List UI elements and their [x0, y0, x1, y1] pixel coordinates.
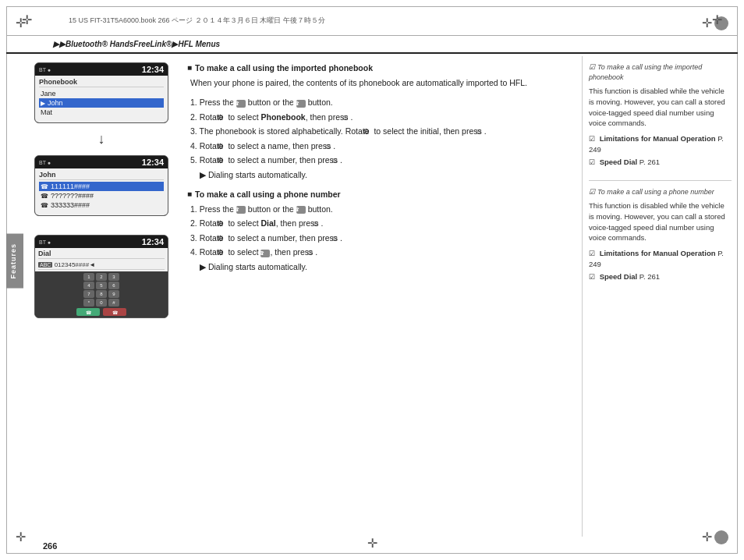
- screen1-status-left: BT ●: [39, 67, 51, 73]
- key-star: *: [83, 299, 94, 307]
- screen1-item-john-highlighted: ▶ John: [39, 98, 164, 108]
- screen1-content: Phonebook Jane ▶ John Mat: [35, 76, 168, 122]
- info-box-phonebook: To make a call using the imported phoneb…: [589, 62, 732, 168]
- info-speeddial-label2: Speed Dial: [600, 272, 638, 281]
- key-3: 3: [108, 273, 119, 281]
- step-pb-2: 2. Rotate ⚙ to select Phonebook, then pr…: [190, 112, 574, 124]
- key-end: ☎: [103, 308, 126, 316]
- key-8: 8: [96, 290, 107, 298]
- call-button5-icon: ☎: [260, 250, 270, 257]
- keypad-row-3: 7 8 9: [37, 290, 166, 298]
- key-9: 9: [108, 290, 119, 298]
- header-crosshair-left: ✛: [22, 12, 32, 27]
- screen3-status-bar: BT ● 12:34: [35, 236, 168, 248]
- info-box-phonenumber-link-limitations: Limitations for Manual Operation P. 249: [589, 248, 732, 270]
- step-pb-1: 1. Press the ☎ button or the ☎ button.: [190, 97, 574, 108]
- left-column-screenshots: BT ● 12:34 Phonebook Jane ▶ John Mat ↓ B…: [23, 56, 179, 537]
- step-pb-3: 3. The phonebook is stored alphabeticall…: [190, 126, 574, 138]
- screen2-name: John: [39, 171, 164, 180]
- right-column-info: To make a call using the imported phoneb…: [582, 56, 738, 537]
- info-speeddial-page2: P. 261: [639, 272, 660, 281]
- step-pn-result: ▶ Dialing starts automatically.: [200, 261, 574, 273]
- screen2-time: 12:34: [142, 158, 164, 167]
- screen3-status-left: BT ●: [39, 239, 51, 245]
- info-box-phone-number: To make a call using a phone number This…: [589, 187, 732, 282]
- screen2-status-left: BT ●: [39, 160, 51, 165]
- file-info: 15 US FIT-31T5A6000.book 266 ページ ２０１４年３月…: [6, 16, 738, 26]
- key-4: 4: [83, 282, 94, 289]
- screen1-item-mat: Mat: [39, 108, 164, 117]
- screen3-keypad: 1 2 3 4 5 6 7 8 9 * 0 #: [35, 271, 168, 317]
- call-button-icon: ☎: [236, 100, 246, 108]
- info-limitations-label2: Limitations for Manual Operation: [600, 249, 716, 257]
- key-5: 5: [96, 282, 107, 289]
- screen3-dial-header: Dial: [38, 250, 165, 259]
- arrow-down: ↓: [98, 131, 105, 147]
- info-box-phonebook-title: To make a call using the imported phoneb…: [589, 62, 732, 83]
- key-0: 0: [96, 299, 107, 307]
- main-content: BT ● 12:34 Phonebook Jane ▶ John Mat ↓ B…: [23, 56, 738, 537]
- features-tab: Features: [6, 234, 23, 289]
- keypad-row-2: 4 5 6: [37, 282, 166, 289]
- screen2-status-bar: BT ● 12:34: [35, 156, 168, 168]
- instructions-column: To make a call using the imported phoneb…: [179, 56, 582, 537]
- info-box-divider: [589, 180, 732, 181]
- screen3-number: ABC 012345####◄: [38, 261, 165, 270]
- info-box-phonebook-body: This function is disabled while the vehi…: [589, 86, 732, 129]
- screen3-time: 12:34: [142, 237, 164, 246]
- info-limitations-label: Limitations for Manual Operation: [600, 134, 716, 143]
- screen2-number3: ☎ 333333####: [39, 200, 164, 210]
- key-hash: #: [108, 299, 119, 307]
- call-button3-icon: ☎: [236, 206, 246, 214]
- screen2-content: John ☎ 111111#### ☎ ???????#### ☎ 333333…: [35, 168, 168, 215]
- section-phone-number-steps: 1. Press the ☎ button or the ☎ button. 2…: [190, 204, 574, 273]
- key-6: 6: [108, 282, 119, 289]
- section-phonebook-title: To make a call using the imported phoneb…: [187, 62, 574, 74]
- step-pb-4: 4. Rotate ⚙ to select a name, then press…: [190, 140, 574, 153]
- phonebook-detail-screen: BT ● 12:34 John ☎ 111111#### ☎ ???????##…: [34, 155, 168, 216]
- key-7: 7: [83, 290, 94, 298]
- bottom-center-crosshair: ✛: [0, 536, 744, 551]
- section-phonebook-steps: 1. Press the ☎ button or the ☎ button. 2…: [190, 97, 574, 180]
- step-pn-2: 2. Rotate ⚙ to select Dial, then press ☺…: [190, 218, 574, 230]
- step-pn-1: 1. Press the ☎ button or the ☎ button.: [190, 204, 574, 215]
- info-box-phonebook-link-speeddial: Speed Dial P. 261: [589, 157, 732, 168]
- call-button2-icon: ☎: [296, 100, 306, 108]
- header: ✛ 15 US FIT-31T5A6000.book 266 ページ ２０１４年…: [6, 6, 738, 36]
- info-speeddial-label: Speed Dial: [600, 158, 638, 166]
- dial-bottom-row: ☎ ☎: [37, 308, 166, 316]
- section-phonebook-intro: When your phone is paired, the contents …: [190, 77, 574, 89]
- dial-screen: BT ● 12:34 Dial ABC 012345####◄ 1 2 3 4 …: [34, 235, 168, 318]
- key-2: 2: [96, 273, 107, 281]
- step-pn-4: 4. Rotate ⚙ to select ☎, then press ☺.: [190, 246, 574, 259]
- info-box-phonebook-link-limitations: Limitations for Manual Operation P. 249: [589, 133, 732, 155]
- key-1: 1: [83, 273, 94, 281]
- keypad-row-1: 1 2 3: [37, 273, 166, 281]
- screen3-content: Dial ABC 012345####◄: [35, 248, 168, 271]
- step-pb-result: ▶ Dialing starts automatically.: [200, 169, 574, 181]
- section-phone-number-title: To make a call using a phone number: [187, 189, 574, 200]
- step-pb-5: 5. Rotate ⚙ to select a number, then pre…: [190, 154, 574, 167]
- screen1-phonebook-header: Phonebook: [39, 78, 164, 87]
- screen2-number1: ☎ 111111####: [39, 182, 164, 191]
- step-pn-3: 3. Rotate ⚙ to select a number, then pre…: [190, 232, 574, 245]
- key-call: ☎: [76, 308, 100, 316]
- info-box-phonenumber-body: This function is disabled while the vehi…: [589, 200, 732, 243]
- phonebook-list-screen: BT ● 12:34 Phonebook Jane ▶ John Mat: [34, 62, 168, 123]
- screen1-item-jane: Jane: [39, 89, 164, 98]
- breadcrumb: ▶▶Bluetooth® HandsFreeLink®▶HFL Menus: [6, 36, 738, 54]
- keypad-row-4: * 0 #: [37, 299, 166, 307]
- info-speeddial-page: P. 261: [639, 158, 660, 166]
- screen1-time: 12:34: [142, 65, 164, 74]
- screen1-status-bar: BT ● 12:34: [35, 63, 168, 76]
- call-button4-icon: ☎: [296, 206, 306, 214]
- header-crosshair-right: ✛: [712, 12, 722, 27]
- info-box-phonenumber-title: To make a call using a phone number: [589, 187, 732, 197]
- info-box-phonenumber-link-speeddial: Speed Dial P. 261: [589, 271, 732, 282]
- screen2-number2: ☎ ???????####: [39, 191, 164, 200]
